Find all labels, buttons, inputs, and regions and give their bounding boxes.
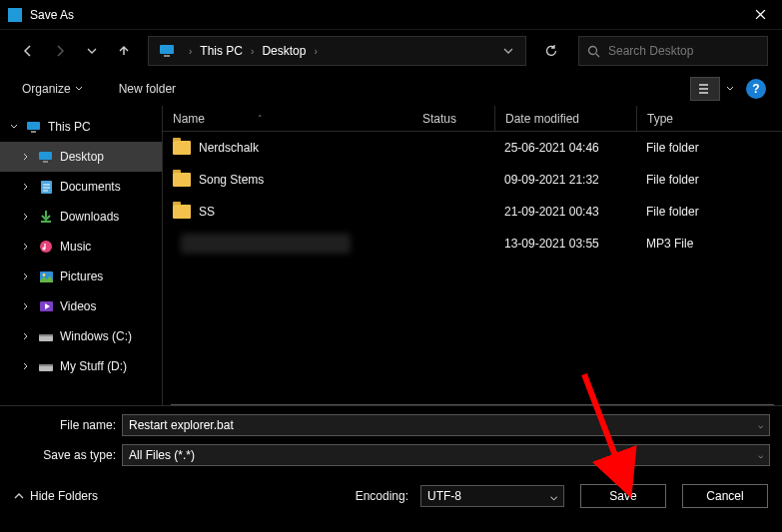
search-input[interactable] xyxy=(608,44,759,58)
file-date-cell: 13-09-2021 03:55 xyxy=(494,237,636,251)
expand-icon[interactable] xyxy=(22,272,32,280)
sidebar-item-label: Windows (C:) xyxy=(60,329,132,343)
file-name-cell xyxy=(163,234,412,254)
chevron-down-icon[interactable]: ⌵ xyxy=(758,450,763,460)
file-row[interactable]: Song Stems09-09-2021 21:32File folder xyxy=(163,164,782,196)
file-pane: Name˄ Status Date modified Type Nerdscha… xyxy=(162,106,782,405)
svg-point-9 xyxy=(43,248,46,251)
saveastype-label: Save as type: xyxy=(12,448,122,462)
expand-icon[interactable] xyxy=(22,183,32,191)
drive-icon xyxy=(38,328,54,344)
pc-icon xyxy=(159,44,177,58)
column-date-label: Date modified xyxy=(505,112,579,126)
close-button[interactable] xyxy=(738,0,782,30)
svg-rect-5 xyxy=(39,152,52,160)
footer: Hide Folders Encoding: UTF-8 ⌵ Save Canc… xyxy=(0,474,782,518)
search-box[interactable] xyxy=(578,36,768,66)
search-icon xyxy=(587,45,600,58)
cancel-button[interactable]: Cancel xyxy=(682,484,768,508)
chevron-down-icon xyxy=(75,85,83,93)
expand-icon[interactable] xyxy=(22,302,32,310)
up-button[interactable] xyxy=(110,37,138,65)
expand-icon[interactable] xyxy=(22,332,32,340)
column-date[interactable]: Date modified xyxy=(494,106,636,131)
sidebar-item-drive-d[interactable]: My Stuff (D:) xyxy=(0,351,162,381)
file-type-cell: MP3 File xyxy=(636,237,782,251)
sidebar-item-downloads[interactable]: Downloads xyxy=(0,202,162,232)
chevron-right-icon: › xyxy=(183,46,198,57)
new-folder-label: New folder xyxy=(119,82,176,96)
save-button[interactable]: Save xyxy=(580,484,666,508)
recent-dropdown[interactable] xyxy=(78,37,106,65)
svg-point-11 xyxy=(42,273,45,276)
sidebar-root-thispc[interactable]: This PC xyxy=(0,112,162,142)
sidebar-item-label: Music xyxy=(60,240,91,254)
app-icon xyxy=(8,8,22,22)
expand-icon[interactable] xyxy=(22,243,32,251)
sidebar-item-desktop[interactable]: Desktop xyxy=(0,142,162,172)
hide-folders-button[interactable]: Hide Folders xyxy=(14,489,98,503)
svg-rect-14 xyxy=(39,334,53,336)
file-type-cell: File folder xyxy=(636,173,782,187)
filename-input[interactable]: Restart explorer.bat ⌵ xyxy=(122,414,770,436)
file-type-cell: File folder xyxy=(636,205,782,219)
breadcrumb-root[interactable]: This PC xyxy=(198,44,245,58)
expand-icon[interactable] xyxy=(22,362,32,370)
help-button[interactable]: ? xyxy=(746,79,766,99)
column-type-label: Type xyxy=(647,112,673,126)
chevron-down-icon[interactable] xyxy=(726,85,734,93)
downloads-icon xyxy=(38,209,54,225)
music-icon xyxy=(38,239,54,255)
expand-icon[interactable] xyxy=(22,153,32,161)
forward-button[interactable] xyxy=(46,37,74,65)
file-name-cell: Song Stems xyxy=(163,173,412,187)
saveastype-value: All Files (*.*) xyxy=(129,448,195,462)
cancel-button-label: Cancel xyxy=(706,489,743,503)
file-row[interactable]: 13-09-2021 03:55MP3 File xyxy=(163,228,782,260)
sidebar-item-label: Downloads xyxy=(60,210,119,224)
breadcrumb-folder[interactable]: Desktop xyxy=(260,44,308,58)
organize-button[interactable]: Organize xyxy=(16,78,89,100)
file-name-cell: Nerdschalk xyxy=(163,141,412,155)
file-row[interactable]: Nerdschalk25-06-2021 04:46File folder xyxy=(163,132,782,164)
file-name-cell: SS xyxy=(163,205,412,219)
address-dropdown[interactable] xyxy=(495,46,521,56)
svg-rect-16 xyxy=(39,364,53,366)
folder-icon xyxy=(173,173,191,187)
window-title: Save As xyxy=(30,8,738,22)
address-bar[interactable]: › This PC › Desktop › xyxy=(148,36,526,66)
documents-icon xyxy=(38,179,54,195)
view-button[interactable] xyxy=(690,77,720,101)
collapse-icon[interactable] xyxy=(10,123,20,131)
file-type-cell: File folder xyxy=(636,141,782,155)
svg-rect-1 xyxy=(164,55,170,57)
column-type[interactable]: Type xyxy=(636,106,782,131)
column-name[interactable]: Name˄ xyxy=(163,106,412,131)
file-row[interactable]: SS21-09-2021 00:43File folder xyxy=(163,196,782,228)
sidebar-item-documents[interactable]: Documents xyxy=(0,172,162,202)
encoding-select[interactable]: UTF-8 ⌵ xyxy=(420,485,564,507)
sidebar: This PC Desktop Documents Downloads Musi… xyxy=(0,106,162,405)
back-button[interactable] xyxy=(14,37,42,65)
sidebar-item-videos[interactable]: Videos xyxy=(0,291,162,321)
nav-bar: › This PC › Desktop › xyxy=(0,30,782,72)
expand-icon[interactable] xyxy=(22,213,32,221)
save-button-label: Save xyxy=(609,489,636,503)
refresh-button[interactable] xyxy=(536,36,566,66)
file-date-cell: 25-06-2021 04:46 xyxy=(494,141,636,155)
chevron-down-icon: ⌵ xyxy=(550,489,557,503)
file-name: Song Stems xyxy=(199,173,264,187)
sidebar-item-pictures[interactable]: Pictures xyxy=(0,262,162,291)
chevron-down-icon[interactable]: ⌵ xyxy=(758,420,763,430)
sidebar-item-music[interactable]: Music xyxy=(0,232,162,262)
drive-icon xyxy=(38,358,54,374)
sidebar-item-label: Videos xyxy=(60,299,96,313)
saveastype-select[interactable]: All Files (*.*) ⌵ xyxy=(122,444,770,466)
column-status[interactable]: Status xyxy=(412,106,494,131)
column-headers: Name˄ Status Date modified Type xyxy=(163,106,782,132)
sidebar-item-drive-c[interactable]: Windows (C:) xyxy=(0,321,162,351)
svg-rect-6 xyxy=(43,161,48,163)
organize-label: Organize xyxy=(22,82,71,96)
scrollbar-horizontal[interactable] xyxy=(171,404,774,405)
new-folder-button[interactable]: New folder xyxy=(113,78,182,100)
